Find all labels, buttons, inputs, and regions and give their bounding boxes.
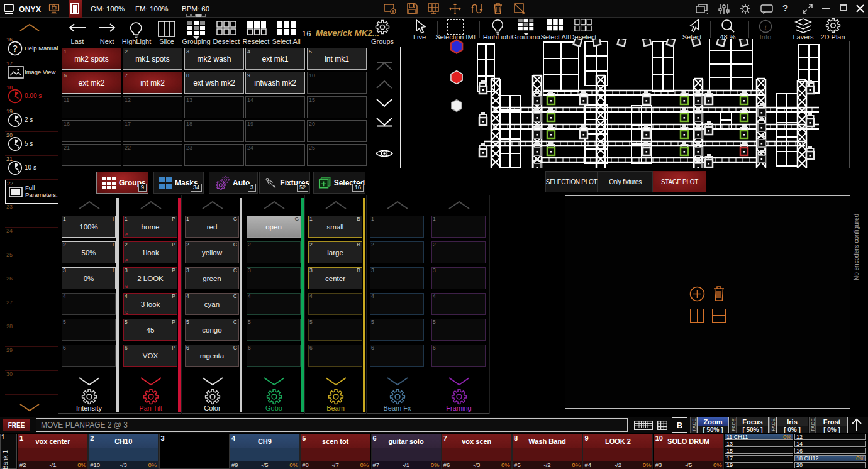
svg-text:i: i: [764, 22, 767, 31]
svg-text:?: ?: [13, 43, 18, 53]
